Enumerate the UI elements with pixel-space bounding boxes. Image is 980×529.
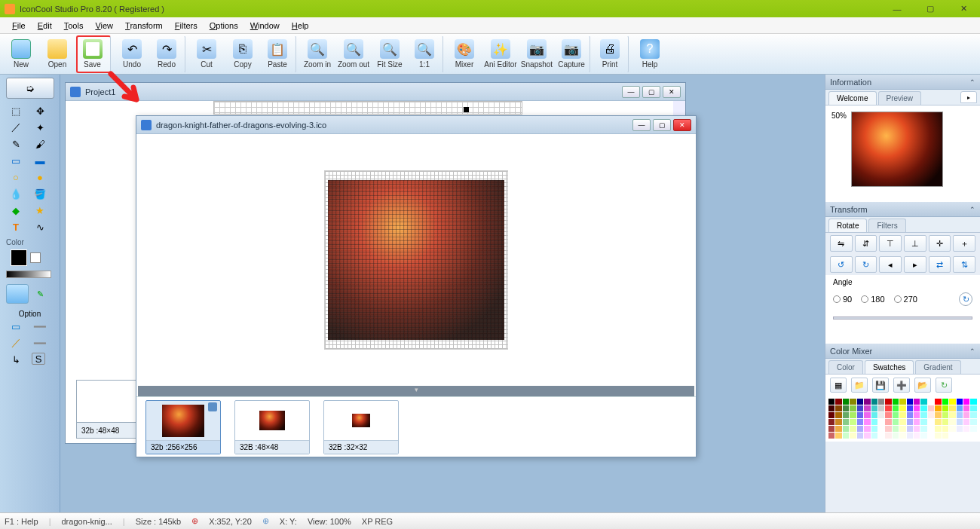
swatch-cell[interactable] [843, 405, 849, 411]
swatch-cell[interactable] [857, 426, 863, 432]
swatch-cell[interactable] [878, 419, 884, 425]
swatch-cell[interactable] [907, 412, 913, 418]
swatch-cell[interactable] [928, 399, 934, 405]
undo-button[interactable]: ↶Undo [115, 35, 149, 73]
swatch-cell[interactable] [949, 412, 955, 418]
swatch-cell[interactable] [843, 419, 849, 425]
swatch-cell[interactable] [963, 399, 969, 405]
swatch-cell[interactable] [850, 419, 856, 425]
angle-270[interactable]: 270 [894, 295, 917, 304]
swatch-reset-button[interactable]: ↻ [936, 378, 952, 393]
swatch-cell[interactable] [970, 419, 976, 425]
swatch-cell[interactable] [935, 412, 941, 418]
swatch-cell[interactable] [935, 426, 941, 432]
swatch-cell[interactable] [864, 412, 870, 418]
project1-minimize[interactable]: — [622, 86, 640, 98]
swatch-open-button[interactable]: 📁 [851, 378, 868, 393]
dragon-h-scrollbar[interactable] [138, 386, 694, 396]
swatch-cell[interactable] [942, 405, 948, 411]
nudge-left-button[interactable]: ◂ [879, 256, 902, 273]
swatch-cell[interactable] [864, 405, 870, 411]
swatch-cell[interactable] [914, 419, 920, 425]
cut-button[interactable]: ✂Cut [189, 35, 224, 73]
swatch-cell[interactable] [949, 419, 955, 425]
open-button[interactable]: Open [40, 35, 75, 73]
swatch-cell[interactable] [864, 433, 870, 439]
tab-filters[interactable]: Filters [868, 219, 905, 232]
pencil-tool[interactable]: ✎ [8, 137, 24, 151]
swatches-grid[interactable] [825, 396, 980, 442]
swatch-cell[interactable] [850, 399, 856, 405]
swatch-cell[interactable] [949, 405, 955, 411]
tab-rotate[interactable]: Rotate [828, 219, 867, 232]
swatch-cell[interactable] [893, 419, 899, 425]
fillrect-tool[interactable]: ▬ [32, 154, 48, 167]
print-button[interactable]: 🖨Print [594, 35, 629, 73]
dragon-close[interactable]: ✕ [673, 119, 691, 131]
swatch-cell[interactable] [893, 412, 899, 418]
tab-more-icon[interactable]: ▸ [960, 91, 977, 103]
swatch-cell[interactable] [970, 412, 976, 418]
swatch-cell[interactable] [949, 399, 955, 405]
mixer-button[interactable]: 🎨Mixer [447, 35, 482, 73]
swatch-cell[interactable] [928, 405, 934, 411]
swatch-cell[interactable] [928, 412, 934, 418]
swatch-cell[interactable] [928, 426, 934, 432]
project1-canvas-grid[interactable] [213, 101, 522, 115]
swatch-cell[interactable] [907, 405, 913, 411]
dragon-maximize[interactable]: ▢ [653, 119, 671, 131]
swatch-cell[interactable] [828, 412, 835, 418]
swatch-cell[interactable] [928, 419, 934, 425]
swatch-cell[interactable] [878, 433, 884, 439]
swatch-cell[interactable] [857, 412, 863, 418]
tab-preview[interactable]: Preview [878, 91, 922, 105]
color-edit-button[interactable]: ✎ [32, 284, 48, 304]
zoomin-button[interactable]: 🔍Zoom in [300, 35, 335, 73]
tab-welcome[interactable]: Welcome [828, 91, 877, 105]
rotate-t-button[interactable]: ⊤ [879, 235, 902, 252]
swatch-add-button[interactable]: ➕ [893, 378, 910, 393]
project1-close[interactable]: ✕ [663, 86, 681, 98]
close-button[interactable]: ✕ [947, 0, 980, 17]
swatch-cell[interactable] [899, 405, 905, 411]
flip-h-button[interactable]: ⇋ [830, 235, 853, 252]
colormixer-header[interactable]: Color Mixer⌃ [825, 344, 980, 359]
opt-line[interactable]: ／ [8, 336, 24, 350]
swatch-cell[interactable] [949, 426, 955, 432]
swatch-cell[interactable] [893, 433, 899, 439]
new-button[interactable]: New [4, 35, 38, 73]
swatch-cell[interactable] [935, 399, 941, 405]
swatch-cell[interactable] [893, 399, 899, 405]
paste-button[interactable]: 📋Paste [262, 35, 296, 73]
move-tool[interactable]: ✥ [32, 104, 48, 118]
swatch-cell[interactable] [864, 426, 870, 432]
thumb-324848[interactable]: 32B :48×48 [234, 400, 310, 454]
swatch-cell[interactable] [843, 412, 849, 418]
swatch-cell[interactable] [828, 433, 835, 439]
swatch-cell[interactable] [935, 419, 941, 425]
swatch-cell[interactable] [871, 399, 877, 405]
curve-tool[interactable]: ∿ [32, 220, 48, 234]
swatch-cell[interactable] [878, 399, 884, 405]
menu-options[interactable]: Options [204, 20, 244, 32]
swatch-cell[interactable] [907, 399, 913, 405]
minimize-button[interactable]: — [880, 0, 914, 17]
opt-rect[interactable]: ▭ [8, 320, 24, 333]
rotate-b-button[interactable]: ⊥ [904, 235, 926, 252]
foreground-swatch[interactable] [11, 249, 27, 266]
swatch-cell[interactable] [963, 419, 969, 425]
swatch-cell[interactable] [949, 433, 955, 439]
swatch-cell[interactable] [935, 405, 941, 411]
swatch-cell[interactable] [914, 433, 920, 439]
tab-color[interactable]: Color [828, 360, 863, 374]
swatch-cell[interactable] [920, 426, 926, 432]
swatch-cell[interactable] [885, 405, 891, 411]
swatch-cell[interactable] [914, 412, 920, 418]
gradient-bar[interactable] [6, 271, 51, 278]
help-button[interactable]: ?Help [632, 35, 667, 73]
menu-edit[interactable]: Edit [32, 20, 58, 32]
collapse-icon[interactable]: ⌃ [969, 347, 975, 355]
swatch-cell[interactable] [920, 412, 926, 418]
swatch-cell[interactable] [957, 405, 963, 411]
swatch-cell[interactable] [942, 419, 948, 425]
